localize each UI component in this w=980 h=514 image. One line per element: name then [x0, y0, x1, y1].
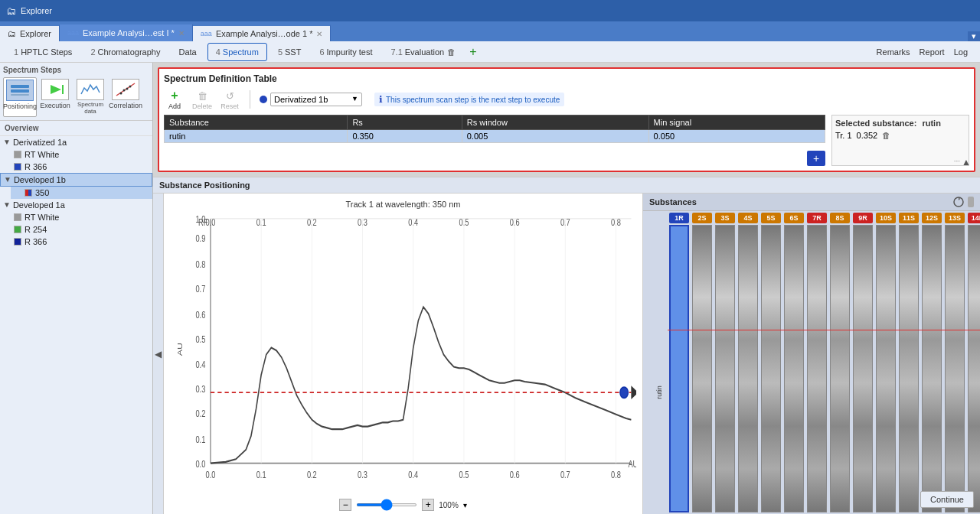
track-3S[interactable]: 3S [714, 213, 736, 512]
substances-tracks-wrapper: rutin 1R 2S [643, 211, 980, 514]
nav-hptlc[interactable]: 1HPTLC Steps [6, 43, 80, 61]
sdt-delete-button[interactable]: 🗑 Delete [191, 89, 213, 110]
dropdown-arrow-icon: ▼ [351, 95, 358, 102]
tab-analysis2-close[interactable]: ✕ [316, 30, 322, 38]
nav-log[interactable]: Log [954, 47, 968, 57]
track-5S[interactable]: 5S [760, 213, 782, 512]
track-1R-label: 1R [669, 213, 689, 223]
nav-remarks[interactable]: Remarks [877, 47, 910, 57]
track-12S-image [922, 225, 942, 512]
sdt-substance-dropdown[interactable]: Derivatized 1b ▼ [270, 93, 362, 106]
sdt-reset-button[interactable]: ↺ Reset [219, 89, 240, 110]
tab-analysis1-close[interactable]: ✕ [178, 29, 185, 37]
sdt-expand-button[interactable]: + [807, 151, 825, 166]
tree-label-rt-white-dev: RT White [24, 213, 59, 222]
arrow-derivatized-1a: ▼ [3, 138, 11, 146]
svg-point-8 [126, 88, 129, 90]
chart-svg-wrapper: 0.0 0.1 0.2 0.3 0.4 0.5 0.6 0.7 0.8 0.9 … [170, 212, 636, 497]
tab-explorer[interactable]: 🗂 Explorer [0, 24, 60, 41]
tree-r366-1a[interactable]: R 366 [11, 161, 152, 173]
th-min-signal: Min signal [648, 115, 825, 130]
zoom-dropdown[interactable]: ▾ [463, 501, 467, 509]
step-correlation[interactable]: Correlation [109, 77, 142, 117]
color-r254 [14, 226, 21, 233]
tree-children-developed-1b: 350 [11, 187, 152, 199]
track-13S[interactable]: 13S [944, 213, 965, 512]
step-execution[interactable]: Execution [38, 77, 72, 117]
nav-eval[interactable]: 7.1Evaluation🗑 [383, 43, 463, 61]
track-delete-icon[interactable]: 🗑 [882, 131, 890, 140]
reset-label: Reset [220, 102, 239, 110]
track-2S[interactable]: 2S [691, 213, 713, 512]
chart-title: Track 1 at wavelength: 350 nm [170, 200, 636, 209]
tree-r254[interactable]: R 254 [11, 223, 152, 236]
collapse-icon[interactable]: ··· [954, 157, 960, 168]
track-9R-label: 9R [853, 213, 873, 223]
step-spectrum-data[interactable]: Spectrum data [74, 77, 107, 117]
svg-text:0.1: 0.1 [195, 434, 205, 445]
track-5S-label: 5S [761, 213, 781, 223]
chart-scroll-left[interactable]: ◀ [153, 194, 164, 514]
tree-derivatized-1a[interactable]: ▼ Derivatized 1a [0, 136, 152, 148]
tree-label-350: 350 [35, 188, 49, 197]
nav-label-sst: SST [285, 47, 301, 57]
track-8S-image [830, 225, 850, 512]
chart-zoom-bar: − + 100% ▾ [170, 499, 636, 511]
track-9R[interactable]: 9R [852, 213, 874, 512]
table-row[interactable]: rutin 0.350 0.005 0.050 [165, 130, 825, 143]
nav-data[interactable]: Data [171, 43, 204, 61]
color-350 [24, 189, 32, 197]
tree-rt-white-dev[interactable]: RT White [11, 211, 152, 223]
svg-rect-0 [11, 85, 29, 88]
dropdown-value: Derivatized 1b [274, 95, 328, 104]
tab-analysis1[interactable]: aaa Example Analysi…est I * ✕ [60, 24, 193, 41]
track-1R[interactable]: 1R [668, 213, 690, 512]
continue-button[interactable]: Continue [920, 491, 974, 508]
tree-rt-white-1a[interactable]: RT White [11, 148, 152, 161]
tab-analysis2[interactable]: aaa Example Analysi…ode 1 * ✕ [193, 24, 332, 41]
substances-refresh-icon[interactable] [952, 196, 965, 208]
track-7R[interactable]: 7R [806, 213, 828, 512]
nav-add-button[interactable]: + [469, 45, 476, 59]
track-11S[interactable]: 11S [898, 213, 920, 512]
track-14R[interactable]: 14R [967, 213, 980, 512]
track-4S[interactable]: 4S [737, 213, 759, 512]
eval-trash-icon[interactable]: 🗑 [447, 47, 456, 57]
svg-line-5 [116, 83, 135, 96]
sdt-add-button[interactable]: + Add [164, 89, 185, 110]
track-6S[interactable]: 6S [783, 213, 805, 512]
nav-report[interactable]: Report [920, 47, 945, 57]
tree-developed-1b[interactable]: ▼ Developed 1b [0, 173, 152, 187]
th-rs: Rs [348, 115, 462, 130]
nav-spectrum[interactable]: 4Spectrum [207, 43, 267, 61]
tree-350[interactable]: 350 [21, 187, 152, 199]
sidebar-steps-title: Spectrum Steps [3, 66, 149, 74]
substances-scroll-handle[interactable] [968, 197, 974, 207]
step-positioning[interactable]: Positioning [3, 77, 37, 117]
tree-r366-dev[interactable]: R 366 [11, 236, 152, 248]
track-12S[interactable]: 12S [921, 213, 942, 512]
zoom-slider[interactable] [356, 503, 417, 506]
right-content: Spectrum Definition Table + Add 🗑 Delete… [153, 63, 980, 514]
positioning-label: Positioning [3, 102, 37, 110]
track-5S-image [761, 225, 781, 512]
zoom-in-button[interactable]: + [422, 499, 434, 511]
zoom-out-button[interactable]: − [339, 499, 351, 511]
track-10S[interactable]: 10S [875, 213, 897, 512]
tabs-overflow[interactable]: ▾ [968, 31, 980, 41]
tree-label-r366-dev: R 366 [24, 237, 47, 246]
correlation-label: Correlation [109, 102, 142, 109]
collapse-arrow-icon[interactable]: ▲ [962, 157, 971, 168]
nav-sst[interactable]: 5SST [270, 43, 309, 61]
nav-impurity[interactable]: 6Impurity test [312, 43, 380, 61]
track-8S[interactable]: 8S [829, 213, 851, 512]
nav-chrom[interactable]: 2Chromatography [83, 43, 168, 61]
sdt-collapse-area: ··· ▲ [954, 157, 971, 168]
substance-positioning: Substance Positioning ◀ Track 1 at wavel… [153, 177, 980, 514]
track-14R-image [968, 225, 980, 512]
tree-label-derivatized-1a: Derivatized 1a [13, 138, 67, 147]
tab-explorer-icon: 🗂 [8, 29, 16, 38]
color-rt-white-1a [14, 151, 21, 158]
substance-pos-header: Substance Positioning [153, 177, 980, 194]
tree-developed-1a[interactable]: ▼ Developed 1a [0, 199, 152, 211]
